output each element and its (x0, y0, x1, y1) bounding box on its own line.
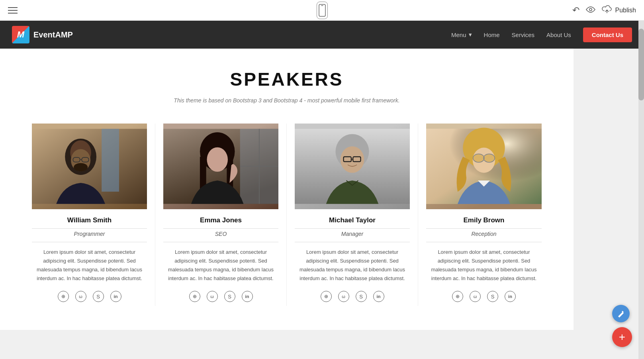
toolbar-center (317, 2, 328, 19)
social-skype-1[interactable]: S (93, 291, 104, 302)
fab-edit-button[interactable] (612, 305, 630, 322)
speaker-name-2: Emma Jones (163, 216, 278, 229)
speaker-role-3: Manager (295, 231, 410, 242)
speaker-desc-1: Lorem ipsum dolor sit amet, consectetur … (32, 248, 147, 283)
speaker-socials-1: ⊕ ω S in (58, 291, 121, 302)
logo-text: EventAMP (33, 30, 73, 39)
speaker-desc-2: Lorem ipsum dolor sit amet, consectetur … (163, 248, 278, 283)
logo-icon: M (12, 26, 29, 43)
site-navbar: M EventAMP Menu ▾ Home Services About Us… (0, 21, 644, 49)
speaker-photo-4 (426, 124, 542, 209)
toolbar: ↶ Publish (0, 0, 644, 21)
social-linkedin-3[interactable]: in (373, 291, 384, 302)
hamburger-menu-icon[interactable] (8, 7, 18, 14)
nav-services[interactable]: Services (512, 31, 535, 38)
speaker-photo-1 (32, 124, 147, 209)
nav-menu-dropdown[interactable]: Menu ▾ (451, 31, 472, 38)
publish-label: Publish (615, 7, 636, 14)
speakers-grid: William Smith Programmer Lorem ipsum dol… (24, 124, 550, 306)
speaker-socials-3: ⊕ ω S in (321, 291, 384, 302)
social-skype-4[interactable]: S (487, 291, 498, 302)
page-title: SPEAKERS (24, 69, 550, 90)
speaker-name-1: William Smith (32, 216, 147, 229)
speaker-name-3: Michael Taylor (295, 216, 410, 229)
svg-point-20 (207, 147, 228, 172)
speaker-name-4: Emily Brown (426, 216, 542, 229)
speaker-card-1: William Smith Programmer Lorem ipsum dol… (24, 124, 155, 306)
social-dribbble-2[interactable]: ⊕ (189, 291, 200, 302)
preview-icon[interactable] (586, 6, 595, 15)
social-dribbble-3[interactable]: ⊕ (321, 291, 332, 302)
speaker-desc-4: Lorem ipsum dolor sit amet, consectetur … (426, 248, 542, 283)
speaker-role-2: SEO (163, 231, 278, 242)
dropdown-arrow: ▾ (469, 31, 472, 38)
fab-add-button[interactable]: + (612, 327, 632, 330)
speaker-card-3: Michael Taylor Manager Lorem ipsum dolor… (287, 124, 418, 306)
speaker-socials-2: ⊕ ω S in (189, 291, 253, 302)
social-lastfm-3[interactable]: ω (338, 291, 349, 302)
social-dribbble-1[interactable]: ⊕ (58, 291, 69, 302)
nav-contact-button[interactable]: Contact Us (583, 27, 632, 42)
speaker-role-4: Reception (426, 231, 542, 242)
speaker-socials-4: ⊕ ω S in (452, 291, 516, 302)
nav-about[interactable]: About Us (546, 31, 571, 38)
menu-label: Menu (451, 31, 466, 38)
social-skype-3[interactable]: S (356, 291, 367, 302)
social-linkedin-2[interactable]: in (242, 291, 253, 302)
cloud-upload-icon (602, 5, 612, 15)
page-subtitle: This theme is based on Bootstrap 3 and B… (24, 97, 550, 104)
social-lastfm-1[interactable]: ω (75, 291, 86, 302)
nav-home[interactable]: Home (484, 31, 500, 38)
social-linkedin-4[interactable]: in (505, 291, 516, 302)
main-content: SPEAKERS This theme is based on Bootstra… (0, 49, 574, 330)
undo-icon[interactable]: ↶ (572, 5, 579, 16)
social-lastfm-4[interactable]: ω (470, 291, 481, 302)
scrollbar-thumb[interactable] (638, 29, 644, 100)
svg-rect-5 (102, 129, 119, 192)
fab-container: + (612, 305, 632, 330)
scrollbar[interactable] (638, 21, 644, 330)
nav-links: Menu ▾ Home Services About Us Contact Us (451, 27, 632, 42)
social-skype-2[interactable]: S (224, 291, 235, 302)
toolbar-right: ↶ Publish (572, 5, 636, 16)
toolbar-left (8, 7, 18, 14)
publish-button[interactable]: Publish (602, 5, 636, 15)
speaker-role-1: Programmer (32, 231, 147, 242)
speaker-card-2: Emma Jones SEO Lorem ipsum dolor sit ame… (155, 124, 287, 306)
speaker-desc-3: Lorem ipsum dolor sit amet, consectetur … (295, 248, 410, 283)
speaker-photo-3 (295, 124, 410, 209)
social-dribbble-4[interactable]: ⊕ (452, 291, 463, 302)
logo-letter: M (17, 29, 24, 40)
svg-point-2 (589, 8, 592, 11)
svg-point-12 (74, 163, 88, 171)
svg-rect-0 (319, 4, 325, 16)
speaker-photo-2 (163, 124, 278, 209)
social-lastfm-2[interactable]: ω (207, 291, 218, 302)
site-logo: M EventAMP (12, 26, 73, 43)
speaker-card-4: Emily Brown Reception Lorem ipsum dolor … (418, 124, 550, 306)
mobile-preview-icon[interactable] (317, 2, 328, 19)
social-linkedin-1[interactable]: in (110, 291, 121, 302)
